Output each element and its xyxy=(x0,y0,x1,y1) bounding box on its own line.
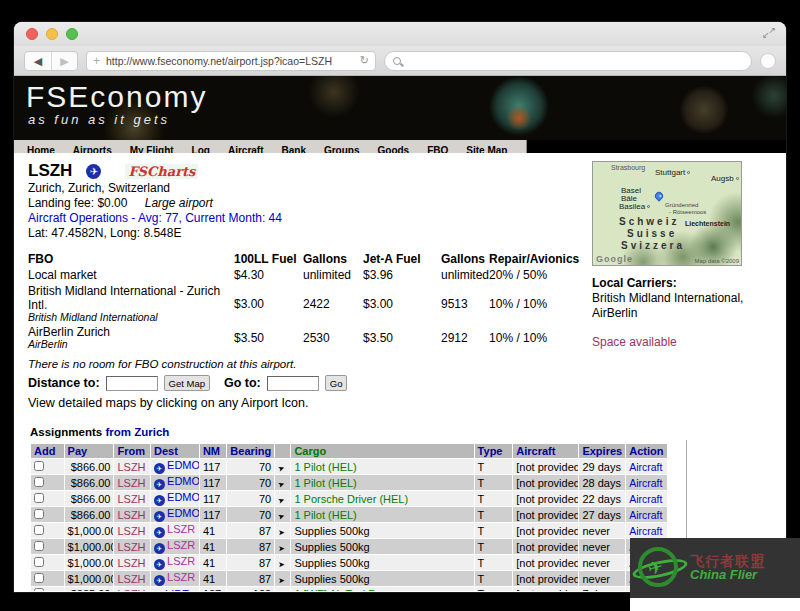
get-map-button[interactable]: Get Map xyxy=(164,375,210,391)
watermark: ✈ 飞行者联盟 China Flier xyxy=(630,538,800,611)
main-navbar: HomeAirportsMy FlightLogAircraftBankGrou… xyxy=(14,140,527,153)
watermark-white-strip xyxy=(630,598,800,611)
add-bookmark-icon[interactable]: + xyxy=(93,54,100,68)
action-aircraft-link[interactable]: Aircraft xyxy=(629,461,662,473)
from-airport-link[interactable]: LSZH xyxy=(117,588,145,591)
type-cell: T xyxy=(475,555,513,570)
location-map[interactable]: Strasbourg Stuttgart Augsb Basel Bâle Ba… xyxy=(592,161,742,266)
dest-airport-link[interactable]: LSZR xyxy=(167,539,195,551)
fbo-header: Gallons xyxy=(303,251,363,267)
fbo-name: British Midland International - Zurich I… xyxy=(28,283,234,324)
add-assignment-checkbox[interactable] xyxy=(34,493,44,503)
bearing-arrow-icon: ➤ xyxy=(278,543,285,552)
add-assignment-checkbox[interactable] xyxy=(34,525,44,535)
assignments-header: Pay xyxy=(65,444,114,458)
add-assignment-checkbox[interactable] xyxy=(34,461,44,471)
from-airport-link[interactable]: LSZH xyxy=(117,461,145,473)
dest-airport-icon[interactable]: ✈ xyxy=(154,463,165,474)
expires-cell: never xyxy=(579,555,625,570)
dest-airport-link[interactable]: LSZR xyxy=(167,571,195,583)
bearing-arrow-icon: ➤ xyxy=(276,590,287,591)
dest-airport-link[interactable]: EDMO xyxy=(167,459,199,471)
page-content: LSZH ✈ FSCharts Zurich, Zurich, Switzerl… xyxy=(14,153,786,591)
action-aircraft-link[interactable]: Aircraft xyxy=(629,525,662,537)
dest-airport-link[interactable]: EDMO xyxy=(167,491,199,503)
dest-airport-link[interactable]: LIDT xyxy=(165,588,189,591)
space-available-link[interactable]: Space available xyxy=(592,335,760,349)
from-airport-link[interactable]: LSZH xyxy=(117,557,145,569)
url-text[interactable]: http://www.fseconomy.net/airport.jsp?ica… xyxy=(106,55,354,67)
dest-airport-link[interactable]: LSZR xyxy=(167,555,195,567)
dest-airport-icon[interactable]: ✈ xyxy=(154,543,165,554)
assignments-from-link[interactable]: from Zurich xyxy=(105,426,169,438)
forward-button[interactable]: ▶ xyxy=(51,52,77,70)
dest-airport-icon[interactable]: ✈ xyxy=(154,527,165,538)
downloads-button[interactable] xyxy=(760,53,776,69)
nm-cell: 117 xyxy=(200,459,226,474)
from-airport-link[interactable]: LSZH xyxy=(117,493,145,505)
dest-airport-icon[interactable]: ✈ xyxy=(154,511,165,522)
goto-input[interactable] xyxy=(267,376,319,391)
from-airport-link[interactable]: LSZH xyxy=(117,525,145,537)
zoom-button[interactable] xyxy=(66,28,78,40)
url-bar[interactable]: + http://www.fseconomy.net/airport.jsp?i… xyxy=(86,51,376,71)
assignment-row: $866.00LSZH✈EDMO11770➤1 Pilot (HEL)T[not… xyxy=(31,475,667,490)
assignment-row: $1,000.00LSZH✈LSZR4187➤Supplies 500kgT[n… xyxy=(31,539,667,554)
fbo-cell: $3.96 xyxy=(363,267,441,283)
add-assignment-checkbox[interactable] xyxy=(34,541,44,551)
airport-icon[interactable]: ✈ xyxy=(86,164,101,179)
from-airport-link[interactable]: LSZH xyxy=(117,509,145,521)
dest-airport-icon[interactable]: ✈ xyxy=(154,495,165,506)
distance-input[interactable] xyxy=(106,376,158,391)
action-aircraft-link[interactable]: Aircraft xyxy=(629,477,662,489)
fbo-cell: $3.00 xyxy=(363,283,441,324)
map-label-grundenried: Gründenried xyxy=(665,202,698,208)
fullscreen-icon[interactable]: ↗ ↙ xyxy=(762,26,776,40)
go-button[interactable]: Go xyxy=(325,375,348,391)
cargo-cell: 1 Pilot (HEL) xyxy=(291,459,473,474)
cargo-cell: 1 Pilot (HEL) xyxy=(291,475,473,490)
dest-airport-link[interactable]: EDMO xyxy=(167,507,199,519)
add-assignment-checkbox[interactable] xyxy=(34,477,44,487)
local-carriers-names: British Midland International, AirBerlin xyxy=(592,291,760,321)
map-label-suisse: Suisse xyxy=(627,228,677,239)
fbo-row: Local market$4.30unlimited$3.96unlimited… xyxy=(28,267,579,283)
pay-cell: $866.00 xyxy=(65,459,114,474)
dest-airport-link[interactable]: EDMO xyxy=(167,475,199,487)
dest-airport-icon[interactable]: ✈ xyxy=(154,479,165,490)
fbo-cell: 2422 xyxy=(303,283,363,324)
expires-cell: 22 days xyxy=(579,491,625,506)
nav-buttons: ◀ ▶ xyxy=(24,51,78,71)
dest-airport-icon[interactable]: ✈ xyxy=(154,575,165,586)
reload-icon[interactable]: ↻ xyxy=(360,54,369,67)
dest-airport-link[interactable]: LSZR xyxy=(167,523,195,535)
add-assignment-checkbox[interactable] xyxy=(34,588,44,591)
fscharts-link[interactable]: FSCharts xyxy=(125,164,198,179)
bearing-cell: 87 xyxy=(227,539,274,554)
bearing-cell: 70 xyxy=(227,491,274,506)
search-field[interactable] xyxy=(384,51,752,71)
expires-cell: 28 days xyxy=(579,475,625,490)
from-airport-link[interactable]: LSZH xyxy=(117,573,145,585)
add-assignment-checkbox[interactable] xyxy=(34,509,44,519)
fbo-cell: $3.50 xyxy=(234,324,303,351)
map-controls: Distance to: Get Map Go to: Go xyxy=(28,375,772,391)
from-airport-link[interactable]: LSZH xyxy=(117,541,145,553)
browser-window: ↗ ↙ ◀ ▶ + http://www.fseconomy.net/airpo… xyxy=(14,22,786,592)
add-assignment-checkbox[interactable] xyxy=(34,557,44,567)
assignment-row: $1,000.00LSZH✈LSZR4187➤Supplies 500kgT[n… xyxy=(31,555,667,570)
action-aircraft-link[interactable]: Aircraft xyxy=(629,493,662,505)
dest-airport-icon[interactable]: ✈ xyxy=(154,559,165,570)
action-aircraft-link[interactable]: Aircraft xyxy=(629,509,662,521)
aircraft-cell: [not provided] xyxy=(513,507,578,522)
operations-link[interactable]: Aircraft Operations - Avg: 77, Current M… xyxy=(28,211,282,225)
map-label-svizzera: Svizzera xyxy=(621,240,685,251)
assignment-row: $1,000.00LSZH✈LSZR4187➤Supplies 500kgT[n… xyxy=(31,571,667,586)
fbo-cell: $4.30 xyxy=(234,267,303,283)
watermark-english-text: China Flier xyxy=(690,568,765,582)
from-airport-link[interactable]: LSZH xyxy=(117,477,145,489)
close-button[interactable] xyxy=(26,28,38,40)
minimize-button[interactable] xyxy=(46,28,58,40)
back-button[interactable]: ◀ xyxy=(25,52,51,70)
add-assignment-checkbox[interactable] xyxy=(34,573,44,583)
